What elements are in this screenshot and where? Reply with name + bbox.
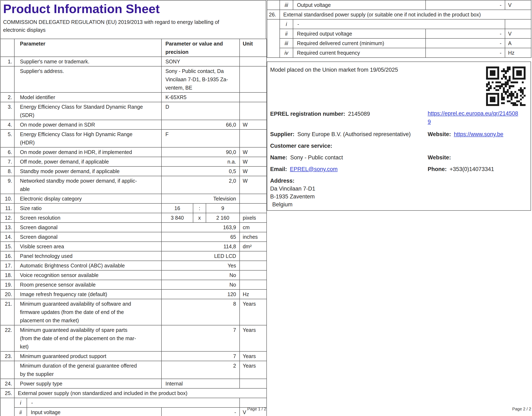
roman-index: iv [280,48,293,57]
unit-cell: W [240,157,267,166]
unit-cell: W [240,120,267,130]
param-label: Minimum guaranteed availability of spare… [14,325,162,351]
row-number: 5. [0,130,14,147]
table-row: 22.Minimum guaranteed availability of sp… [0,325,267,351]
param-label: Minimum guaranteed availability of softw… [14,299,162,325]
unit-cell: cm [240,223,267,232]
row-number: 26. [267,10,280,19]
unit-cell [240,66,267,93]
param-label: Energy Efficiency Class for High Dynamic… [14,130,162,147]
unit-cell: W [240,166,267,176]
website-row: Website:https://www.sony.be [428,130,503,138]
unit-cell: pixels [240,213,267,223]
table-row: ivRequired current frequency-Hz [267,48,531,57]
unit-cell: Years [240,361,267,379]
supplier-label: Supplier: [270,131,294,137]
email-link[interactable]: EPREL@sony.com [290,166,338,172]
roman-index: iii [280,0,293,10]
roman-index: ii [280,29,293,38]
row-number: 12. [0,213,14,223]
param-value: 120 [162,289,240,299]
eprel-link[interactable]: https://eprel.ec.europa.eu/qr/2145089 [428,109,521,126]
address-line: Belgium [270,200,293,209]
param-value: LED LCD [162,251,240,261]
param-label: On mode power demand in HDR, if implemen… [14,147,162,157]
param-value: K-65XR5 [162,93,240,102]
param-value: F [162,130,240,147]
table-row: 11.Size ratio16:9 [0,203,267,213]
unit-cell [240,270,267,280]
table-row: 13.Screen diagonal163,9cm [0,223,267,232]
table-row: 9.Networked standby mode power demand, i… [0,176,267,194]
email-label: Email: [270,166,287,172]
row-number: 17. [0,261,14,270]
unit-cell [505,19,531,29]
param-label: Off mode, power demand, if applicable [14,157,162,166]
param-value: 8 [162,299,240,325]
table-row: 10.Electronic display categoryTelevision [0,194,267,203]
phone-row: Phone:+353(0)14073341 [428,165,494,173]
eprel-info-box: Model placed on the Union market from 19… [267,62,531,211]
phone-value: +353(0)14073341 [450,166,494,172]
table-row: 26.External standardised power supply (o… [267,10,531,19]
param-label: Required current frequency [293,48,426,57]
param-label: Required output voltage [293,29,426,38]
row-number [0,398,14,416]
row-number: 2. [0,93,14,102]
param-label: Screen diagonal [14,232,162,242]
header-parameter: Parameter [14,39,162,57]
row-number: 3. [0,102,14,120]
table-row: 19.Room presence sensor availableNo [0,280,267,289]
address-line: Da Vincilaan 7-D1 [270,185,315,193]
name-label: Name: [270,154,287,161]
row-number: 19. [0,280,14,289]
row-number [0,66,14,93]
table-row: 12.Screen resolution3 840x2 160pixels [0,213,267,223]
market-date-line: Model placed on the Union market from 19… [270,66,398,74]
param-value: 90,0 [162,147,240,157]
page1-footer: Page 1 / 2 [220,407,266,411]
address-heading: Address: [270,177,294,185]
section-label: External standardised power supply (or s… [280,10,531,19]
unit-cell: V [505,0,531,10]
param-value: 7 [162,351,240,361]
customer-care-heading: Customer care service: [270,142,332,150]
table-row: 14.Screen diagonal65inches [0,232,267,242]
param-label: Electronic display category [14,194,162,203]
row-number: 13. [0,223,14,232]
unit-cell: dm² [240,242,267,251]
param-label: On mode power demand in SDR [14,120,162,130]
param-label: Energy Efficiency Class for Standard Dyn… [14,102,162,120]
table-row: 16.Panel technology usedLED LCD [0,251,267,261]
param-value: 66,0 [162,120,240,130]
param-value: D [162,102,240,120]
param-value: No [162,280,240,289]
row-number: 23. [0,351,14,361]
table-row: i- [0,398,267,407]
unit-cell: Years [240,299,267,325]
table-row: 23.Minimum guaranteed product support7Ye… [0,351,267,361]
table-row: 21.Minimum guaranteed availability of so… [0,299,267,325]
roman-index: ii [14,407,27,416]
param-label: Minimum duration of the general guarante… [14,361,162,379]
unit-cell [240,203,267,213]
row-number: 10. [0,194,14,203]
table-row: 1.Supplier's name or trademark.SONY [0,57,267,66]
param-label: Supplier's address. [14,66,162,93]
param-label: Room presence sensor available [14,280,162,289]
unit-cell [240,93,267,102]
unit-cell: Years [240,325,267,351]
supplier-row: Supplier:Sony Europe B.V. (Authorised re… [270,130,411,138]
param-value: Television [162,194,240,203]
param-value: 7 [162,325,240,351]
unit-cell: V [505,29,531,38]
website2-row: Website: [428,153,454,162]
supplier-website-link[interactable]: https://www.sony.be [454,131,503,137]
table-row: 3.Energy Efficiency Class for Standard D… [0,102,267,120]
unit-cell [240,251,267,261]
roman-index: i [14,398,27,407]
param-value: - [426,29,505,38]
unit-cell [240,379,267,388]
param-label: Input voltage [27,407,162,416]
value-right-part: 2 160 [206,213,240,223]
